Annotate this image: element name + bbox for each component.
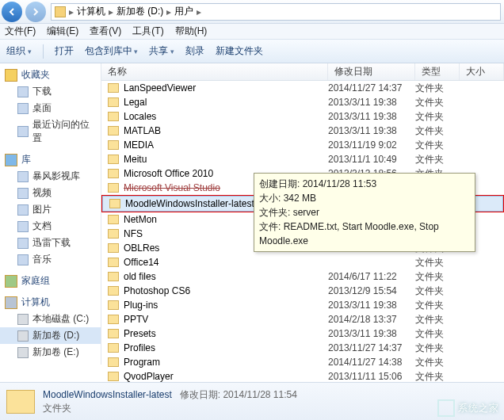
breadcrumb-seg[interactable]: 用户 — [174, 5, 193, 18]
sidebar-item[interactable]: 桌面 — [0, 100, 101, 116]
file-row[interactable]: Program2014/11/27 14:38文件夹 — [101, 355, 504, 369]
sidebar-item[interactable]: 文档 — [0, 218, 101, 235]
col-size[interactable]: 大小 — [460, 63, 504, 80]
file-type: 文件夹 — [415, 153, 460, 166]
sidebar-item[interactable]: 暴风影视库 — [0, 168, 101, 185]
file-name: Meitu — [124, 154, 328, 165]
file-row[interactable]: old files2014/6/17 11:22文件夹 — [101, 269, 504, 284]
picture-icon — [17, 204, 29, 216]
file-row[interactable]: Presets2013/3/11 19:38文件夹 — [101, 326, 504, 341]
include-button[interactable]: 包含到库中 — [85, 44, 139, 58]
sidebar-libraries[interactable]: 库 — [0, 151, 101, 168]
menu-help[interactable]: 帮助(H) — [175, 25, 208, 38]
breadcrumb-seg[interactable]: 计算机 — [77, 5, 105, 18]
watermark: 系统之家 — [437, 399, 499, 417]
file-type: 文件夹 — [415, 313, 460, 326]
share-button[interactable]: 共享 — [149, 44, 174, 58]
file-row[interactable]: Photoshop CS62013/12/9 15:54文件夹 — [101, 284, 504, 298]
menu-tools[interactable]: 工具(T) — [132, 25, 163, 38]
col-name[interactable]: 名称 — [101, 63, 328, 80]
col-type[interactable]: 类型 — [415, 63, 460, 80]
music-icon — [17, 254, 29, 265]
file-row[interactable]: Locales2013/3/11 19:38文件夹 — [101, 109, 504, 124]
file-type: 文件夹 — [415, 124, 460, 138]
file-row[interactable]: MATLAB2013/3/11 19:38文件夹 — [101, 124, 504, 138]
sidebar-item[interactable]: 音乐 — [0, 251, 101, 268]
folder-icon — [108, 215, 119, 224]
computer-icon — [5, 296, 17, 309]
file-row[interactable]: Office14文件夹 — [101, 255, 504, 269]
folder-icon — [108, 83, 119, 93]
sidebar-item[interactable]: 迅雷下载 — [0, 235, 101, 251]
menu-file[interactable]: 文件(F) — [5, 25, 36, 38]
file-row[interactable]: MEDIA2013/11/19 9:02文件夹 — [101, 138, 504, 152]
file-name: MATLAB — [124, 125, 328, 136]
back-button[interactable] — [2, 2, 22, 22]
newfolder-button[interactable]: 新建文件夹 — [216, 44, 263, 58]
file-date: 2014/11/27 14:38 — [328, 357, 415, 368]
folder-icon — [108, 343, 119, 353]
file-date: 2013/3/11 19:38 — [328, 328, 415, 339]
sidebar-item-drive[interactable]: 本地磁盘 (C:) — [0, 311, 101, 327]
sidebar-item-drive[interactable]: 新加卷 (D:) — [0, 327, 101, 344]
file-date: 2014/11/27 14:37 — [328, 82, 415, 94]
tooltip: 创建日期: 2014/11/28 11:53 大小: 342 MB 文件夹: s… — [254, 173, 475, 252]
sidebar-item[interactable]: 视频 — [0, 185, 101, 201]
open-button[interactable]: 打开 — [55, 44, 74, 58]
file-name: Program — [124, 357, 328, 368]
toolbar: 组织 打开 包含到库中 共享 刻录 新建文件夹 — [0, 40, 504, 63]
file-date: 2013/3/11 19:38 — [328, 125, 415, 136]
file-name: Presets — [124, 328, 328, 339]
folder-icon — [108, 286, 119, 296]
folder-icon — [108, 169, 119, 178]
file-row[interactable]: LanSpeedViewer2014/11/27 14:37文件夹 — [101, 81, 504, 95]
file-row[interactable]: Meitu2013/11/1 10:49文件夹 — [101, 152, 504, 166]
status-name: MoodleWindowsInstaller-latest — [43, 389, 172, 400]
file-type: 文件夹 — [415, 284, 460, 298]
folder-icon — [108, 329, 119, 338]
star-icon — [5, 69, 17, 82]
folder-icon — [108, 243, 119, 253]
file-type: 文件夹 — [415, 342, 460, 355]
forward-button[interactable] — [25, 2, 46, 22]
toolbar-sep — [43, 44, 44, 59]
file-name: Photoshop CS6 — [124, 285, 328, 296]
sidebar-item[interactable]: 下载 — [0, 83, 101, 100]
file-date: 2014/2/18 13:37 — [328, 314, 415, 325]
col-date[interactable]: 修改日期 — [328, 63, 415, 80]
organize-button[interactable]: 组织 — [6, 44, 32, 58]
breadcrumb-seg[interactable]: 新加卷 (D:) — [116, 5, 163, 18]
folder-icon — [6, 390, 35, 414]
file-row[interactable]: Profiles2013/11/27 14:37文件夹 — [101, 341, 504, 355]
file-date: 2013/11/19 9:02 — [328, 139, 415, 151]
file-date: 2014/6/17 11:22 — [328, 271, 415, 282]
file-name: Office14 — [124, 257, 328, 268]
file-date: 2013/12/9 15:54 — [328, 285, 415, 296]
sidebar-homegroup[interactable]: 家庭组 — [0, 273, 101, 289]
file-type: 文件夹 — [415, 96, 460, 109]
file-type: 文件夹 — [415, 270, 460, 284]
folder-icon — [108, 112, 119, 121]
burn-button[interactable]: 刻录 — [185, 44, 204, 58]
download-icon — [17, 238, 29, 249]
sidebar-favorites[interactable]: 收藏夹 — [0, 67, 101, 83]
menu-edit[interactable]: 编辑(E) — [47, 25, 78, 38]
file-name: MEDIA — [124, 139, 328, 151]
sidebar-item-drive[interactable]: 新加卷 (E:) — [0, 344, 101, 361]
address-bar[interactable]: ▸ 计算机 ▸ 新加卷 (D:) ▸ 用户 ▸ — [51, 3, 501, 21]
column-headers: 名称 修改日期 类型 大小 — [101, 63, 504, 81]
file-date: 2013/11/27 14:37 — [328, 342, 415, 353]
tooltip-line: 文件夹: server — [259, 205, 470, 220]
tooltip-line: 文件: README.txt, Start Moodle.exe, Stop M… — [259, 220, 470, 248]
file-date: 2013/3/11 19:38 — [328, 97, 415, 108]
file-row[interactable]: Plug-ins2013/3/11 19:38文件夹 — [101, 298, 504, 312]
tooltip-line: 创建日期: 2014/11/28 11:53 — [259, 177, 470, 191]
file-row[interactable]: PPTV2014/2/18 13:37文件夹 — [101, 312, 504, 326]
sidebar-computer[interactable]: 计算机 — [0, 294, 101, 311]
file-row[interactable]: Legal2013/3/11 19:38文件夹 — [101, 95, 504, 109]
sidebar-item[interactable]: 图片 — [0, 201, 101, 218]
folder-icon — [108, 183, 119, 193]
sidebar: 收藏夹 下载 桌面 最近访问的位置 库 暴风影视库 视频 图片 文档 迅雷下载 … — [0, 63, 101, 365]
menu-view[interactable]: 查看(V) — [90, 25, 121, 38]
sidebar-item[interactable]: 最近访问的位置 — [0, 116, 101, 147]
